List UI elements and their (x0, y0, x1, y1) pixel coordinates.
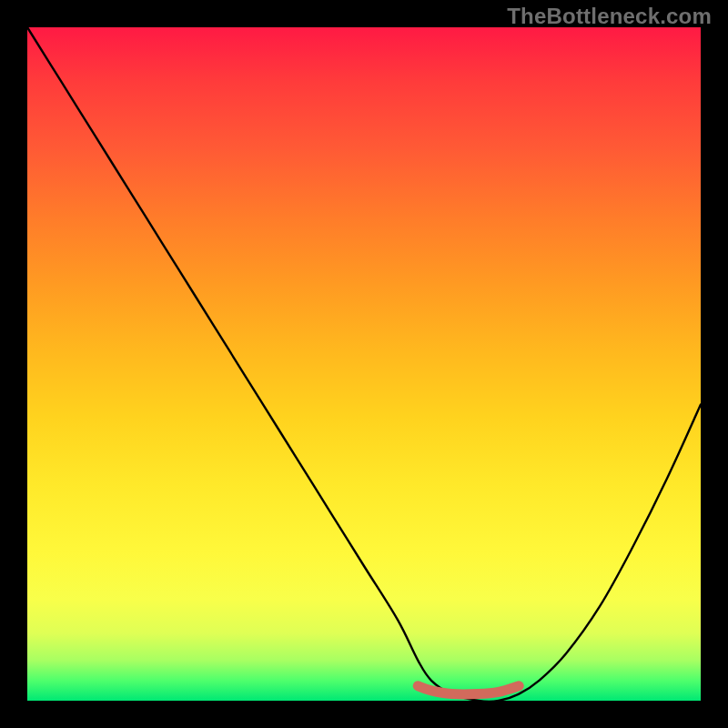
optimal-band-marker (418, 686, 519, 694)
chart-container: TheBottleneck.com (0, 0, 728, 728)
bottleneck-curve (27, 27, 701, 702)
watermark-text: TheBottleneck.com (507, 4, 712, 29)
chart-overlay (27, 27, 701, 701)
